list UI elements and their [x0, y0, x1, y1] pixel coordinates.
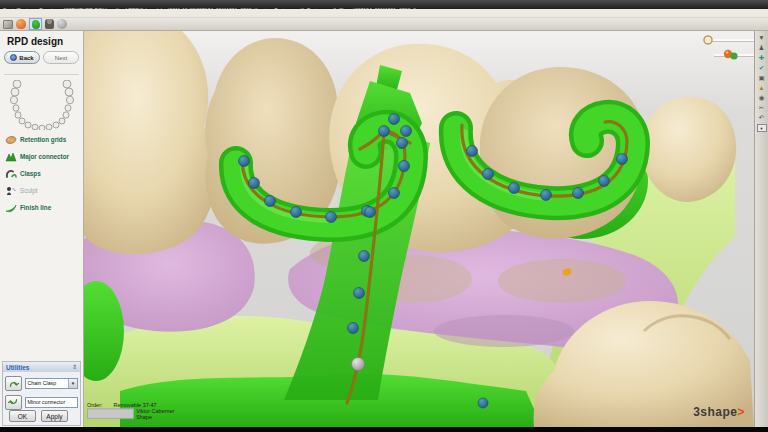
- app-window: DentalDesigner Premium - [3STWEVER-PC\Us…: [0, 0, 768, 432]
- step-label: Clasps: [20, 170, 41, 176]
- sphere-view-icon[interactable]: [57, 19, 67, 29]
- material-name: Shape: [136, 415, 174, 421]
- minor-connector-dropdown[interactable]: Minor connector ▼: [25, 397, 78, 408]
- right-tool-rail: ▼ ♟ ✚ ✔ ▣ ▲ ◉ ✂ ↶ ▼: [754, 31, 768, 427]
- funnel-icon[interactable]: ▼: [758, 34, 764, 41]
- minor-connector-tool-button[interactable]: [5, 395, 22, 410]
- sculpt-icon: [5, 186, 17, 196]
- dropdown-value: Chain Clasp: [26, 381, 56, 386]
- clasps-icon: [5, 169, 17, 179]
- back-label: Back: [19, 55, 33, 61]
- finish-line-icon: [5, 203, 17, 213]
- main-toolbar: [0, 18, 768, 31]
- step-clasps[interactable]: Clasps: [5, 165, 83, 182]
- order-status-box: [87, 409, 134, 419]
- order-label: Order:: [87, 402, 114, 409]
- more-dropdown-icon[interactable]: ▼: [757, 124, 767, 132]
- retention-grids-icon: [5, 135, 17, 145]
- 3shape-logo: 3shape>: [693, 405, 745, 419]
- camera-icon[interactable]: ◉: [759, 94, 765, 101]
- step-label: Sculpt: [20, 187, 38, 193]
- step-label: Major connector: [20, 153, 69, 159]
- dropdown-value: Minor connector: [26, 400, 65, 405]
- logo-chevron-icon: >: [737, 405, 745, 419]
- chain-clasp-tool-button[interactable]: [5, 376, 22, 391]
- warning-icon[interactable]: ▲: [758, 84, 764, 91]
- letterbox-bar: [0, 427, 768, 432]
- step-label: Finish line: [20, 204, 51, 210]
- panel-title: RPD design: [7, 36, 63, 47]
- chevron-down-icon: ▼: [68, 379, 77, 388]
- back-button[interactable]: Back: [4, 51, 40, 64]
- design-tool-icon[interactable]: [29, 18, 42, 30]
- ok-button[interactable]: OK: [9, 410, 36, 422]
- divider: [4, 74, 79, 75]
- menu-bar: File View Help: [0, 9, 768, 18]
- model-icon[interactable]: [45, 19, 54, 29]
- logo-text: 3shape: [693, 405, 737, 419]
- person-icon[interactable]: ♟: [759, 44, 765, 51]
- step-finish-line[interactable]: Finish line: [5, 199, 83, 216]
- order-value: Removable 37-47: [114, 402, 157, 407]
- title-bar: DentalDesigner Premium - [3STWEVER-PC\Us…: [0, 0, 768, 9]
- next-label: Next: [55, 55, 67, 61]
- collapse-icon[interactable]: ⇕: [72, 364, 77, 370]
- step-major-connector[interactable]: Major connector: [5, 148, 83, 165]
- clasp-curve-icon: [8, 378, 19, 389]
- step-sculpt[interactable]: Sculpt: [5, 182, 83, 199]
- rpd-design-panel: RPD design Back Next: [0, 31, 84, 427]
- connector-curve-icon: [8, 397, 19, 408]
- step-retention-grids[interactable]: Retention grids: [5, 131, 83, 148]
- order-info-overlay: Order:Removable 37-47 Viktor Caberner Sh…: [87, 402, 174, 422]
- rpd-model-scene[interactable]: [84, 31, 754, 427]
- utilities-panel: Utilities ⇕ Chain Clasp ▼: [2, 361, 81, 426]
- scan-cube-icon[interactable]: [3, 20, 13, 29]
- undo-icon[interactable]: ↶: [759, 114, 764, 121]
- order-form-icon[interactable]: [16, 19, 26, 29]
- 3d-viewport[interactable]: Order:Removable 37-47 Viktor Caberner Sh…: [84, 31, 754, 427]
- major-connector-icon: [5, 152, 17, 162]
- apply-button[interactable]: Apply: [41, 410, 68, 422]
- dental-arch-diagram[interactable]: [9, 80, 75, 130]
- utilities-header[interactable]: Utilities ⇕: [3, 362, 80, 372]
- scissors-icon[interactable]: ✂: [759, 104, 764, 111]
- add-icon[interactable]: ✚: [759, 54, 764, 61]
- check-icon[interactable]: ✔: [759, 64, 764, 71]
- back-globe-icon: [10, 54, 17, 61]
- layers-icon[interactable]: ▣: [758, 74, 764, 81]
- next-button[interactable]: Next: [43, 51, 79, 64]
- workflow-steps: Retention grids Major connector Clasps: [5, 131, 83, 216]
- chain-clasp-dropdown[interactable]: Chain Clasp ▼: [25, 378, 78, 389]
- step-label: Retention grids: [20, 136, 66, 142]
- utilities-title: Utilities: [6, 364, 29, 371]
